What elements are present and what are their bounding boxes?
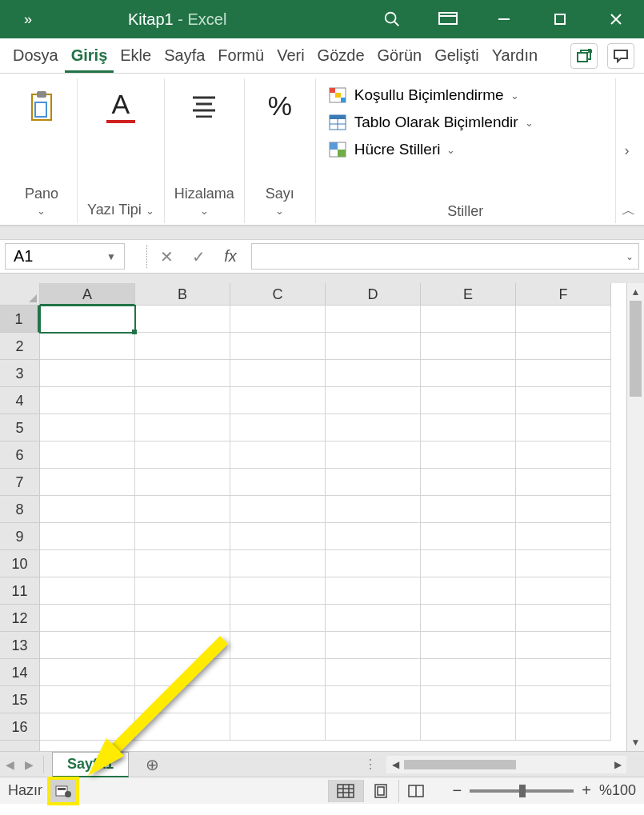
cell[interactable] (326, 469, 421, 496)
name-box[interactable]: A1 ▼ (5, 243, 125, 270)
cell[interactable] (326, 577, 421, 605)
formula-input[interactable]: ⌄ (251, 243, 639, 270)
align-button[interactable] (178, 83, 230, 128)
cell[interactable] (230, 550, 326, 577)
row-header[interactable]: 11 (0, 577, 39, 605)
column-header[interactable]: A (40, 283, 135, 306)
column-header[interactable]: C (230, 283, 326, 306)
row-header[interactable]: 10 (0, 550, 39, 577)
cell[interactable] (230, 523, 326, 550)
scroll-up-icon[interactable]: ▲ (627, 283, 644, 301)
column-header[interactable]: D (326, 283, 421, 306)
cell-A1[interactable] (40, 306, 135, 333)
normal-view-button[interactable] (328, 780, 363, 802)
zoom-slider[interactable] (470, 789, 574, 793)
zoom-out-button[interactable]: − (453, 781, 462, 800)
row-header[interactable]: 8 (0, 496, 39, 523)
cell[interactable] (230, 686, 326, 713)
column-header[interactable]: B (135, 283, 230, 306)
cell[interactable] (421, 414, 516, 441)
row-header[interactable]: 1 (0, 306, 39, 333)
cell[interactable] (40, 414, 135, 441)
minimize-button[interactable] (476, 0, 532, 38)
cell[interactable] (326, 333, 421, 360)
tab-help[interactable]: Yardın (486, 40, 544, 73)
row-header[interactable]: 7 (0, 469, 39, 496)
cell[interactable] (40, 577, 135, 605)
cell[interactable] (40, 469, 135, 496)
cells-area[interactable] (40, 306, 626, 751)
cell[interactable] (516, 360, 611, 387)
cell[interactable] (516, 659, 611, 686)
tab-view[interactable]: Görün (371, 40, 429, 73)
cell[interactable] (326, 523, 421, 550)
row-header[interactable]: 6 (0, 441, 39, 469)
tab-data[interactable]: Veri (270, 40, 310, 73)
cell[interactable] (230, 577, 326, 605)
page-break-view-button[interactable] (398, 780, 434, 802)
cell[interactable] (516, 387, 611, 414)
tab-review[interactable]: Gözde (311, 40, 371, 73)
row-header[interactable]: 14 (0, 659, 39, 686)
cell[interactable] (326, 496, 421, 523)
chevron-down-icon[interactable]: ⌄ (275, 205, 284, 217)
cell[interactable] (40, 387, 135, 414)
font-button[interactable]: A (98, 83, 143, 128)
cell[interactable] (516, 523, 611, 550)
cell[interactable] (135, 713, 230, 741)
cell[interactable] (421, 469, 516, 496)
cell[interactable] (516, 414, 611, 441)
cell-styles-button[interactable]: Hücre Stilleri ⌄ (324, 136, 607, 163)
cell[interactable] (135, 387, 230, 414)
conditional-formatting-button[interactable]: Koşullu Biçimlendirme ⌄ (324, 82, 607, 109)
cell[interactable] (135, 550, 230, 577)
comments-button[interactable] (607, 43, 634, 69)
cell[interactable] (40, 523, 135, 550)
cell[interactable] (421, 496, 516, 523)
cancel-formula-button[interactable]: ✕ (150, 240, 182, 273)
cell[interactable] (230, 333, 326, 360)
tab-insert[interactable]: Ekle (114, 40, 158, 73)
scroll-thumb[interactable] (630, 301, 642, 397)
chevron-down-icon[interactable]: ⌄ (37, 205, 46, 217)
cell[interactable] (230, 605, 326, 632)
cell[interactable] (230, 469, 326, 496)
cell[interactable] (230, 441, 326, 469)
cell[interactable] (135, 523, 230, 550)
row-header[interactable]: 9 (0, 523, 39, 550)
chevron-down-icon[interactable]: ▼ (106, 251, 116, 262)
column-header[interactable]: E (421, 283, 516, 306)
cell[interactable] (421, 523, 516, 550)
cell[interactable] (421, 577, 516, 605)
cell[interactable] (516, 577, 611, 605)
cell[interactable] (516, 441, 611, 469)
cell[interactable] (40, 632, 135, 659)
qat-overflow-icon[interactable]: » (0, 11, 56, 28)
maximize-button[interactable] (532, 0, 588, 38)
cell[interactable] (135, 360, 230, 387)
tab-home[interactable]: Giriş (65, 40, 114, 73)
cell[interactable] (326, 550, 421, 577)
ribbon-display-options-icon[interactable] (420, 0, 476, 38)
page-layout-view-button[interactable] (363, 780, 398, 802)
paste-button[interactable] (16, 83, 67, 128)
expand-formula-bar-icon[interactable]: ⌄ (626, 251, 634, 262)
cell[interactable] (40, 605, 135, 632)
cell[interactable] (40, 686, 135, 713)
cell[interactable] (516, 306, 611, 333)
row-header[interactable]: 2 (0, 333, 39, 360)
cell[interactable] (326, 387, 421, 414)
cell[interactable] (230, 360, 326, 387)
collapse-ribbon-icon[interactable]: ︿ (622, 201, 636, 220)
cell[interactable] (516, 632, 611, 659)
cell[interactable] (40, 441, 135, 469)
cell[interactable] (135, 605, 230, 632)
zoom-slider-knob[interactable] (519, 785, 526, 797)
cell[interactable] (40, 360, 135, 387)
cell[interactable] (421, 632, 516, 659)
new-sheet-button[interactable]: ⊕ (140, 754, 164, 775)
cell[interactable] (421, 441, 516, 469)
cell[interactable] (516, 496, 611, 523)
cell[interactable] (135, 306, 230, 333)
cell[interactable] (421, 306, 516, 333)
